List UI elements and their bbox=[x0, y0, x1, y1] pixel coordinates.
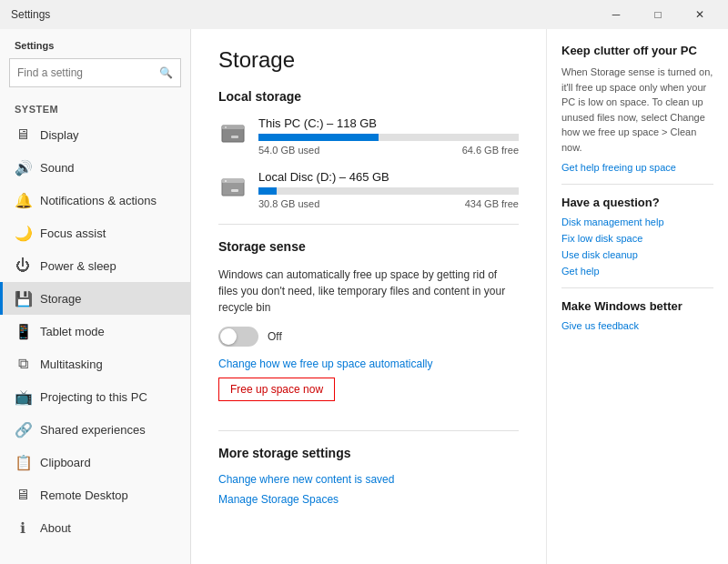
drive-d-details: Local Disc (D:) – 465 GB 30.8 GB used 43… bbox=[258, 170, 519, 209]
drive-c-details: This PC (C:) – 118 GB 54.0 GB used 64.6 … bbox=[258, 116, 519, 156]
sidebar-item-multitasking[interactable]: ⧉ Multitasking bbox=[0, 347, 190, 380]
titlebar: Settings ─ □ ✕ bbox=[0, 0, 728, 29]
power-icon: ⏻ bbox=[15, 257, 31, 274]
window-title: Settings bbox=[11, 8, 50, 21]
drive-d-free: 434 GB free bbox=[465, 198, 519, 209]
window-controls: ─ □ ✕ bbox=[595, 0, 721, 29]
sidebar-app-title: Settings bbox=[0, 29, 190, 58]
drive-c-stats: 54.0 GB used 64.6 GB free bbox=[258, 145, 519, 156]
close-button[interactable]: ✕ bbox=[679, 0, 721, 29]
search-input[interactable] bbox=[17, 66, 159, 79]
svg-point-7 bbox=[225, 180, 227, 182]
search-box[interactable]: 🔍 bbox=[9, 58, 181, 87]
divider-1 bbox=[218, 224, 519, 225]
drive-c-used: 54.0 GB used bbox=[258, 145, 319, 156]
drive-c-label: This PC (C:) – 118 GB bbox=[258, 116, 519, 130]
drive-c-icon bbox=[218, 118, 248, 147]
disk-cleanup-link[interactable]: Use disk cleanup bbox=[561, 249, 713, 260]
give-feedback-link[interactable]: Give us feedback bbox=[561, 320, 713, 331]
have-question-title: Have a question? bbox=[561, 196, 713, 209]
sidebar-item-label: Notifications & actions bbox=[40, 194, 157, 207]
storage-icon: 💾 bbox=[15, 290, 31, 307]
about-icon: ℹ bbox=[15, 519, 31, 537]
storage-sense-desc: Windows can automatically free up space … bbox=[218, 267, 519, 316]
sidebar-item-label: Display bbox=[40, 128, 79, 142]
sidebar-item-power[interactable]: ⏻ Power & sleep bbox=[0, 249, 190, 282]
sidebar-item-storage[interactable]: 💾 Storage bbox=[0, 282, 190, 315]
svg-rect-2 bbox=[231, 136, 238, 138]
page-title: Storage bbox=[218, 47, 519, 73]
svg-rect-6 bbox=[231, 189, 238, 192]
sidebar-item-notifications[interactable]: 🔔 Notifications & actions bbox=[0, 184, 190, 217]
drive-c-free: 64.6 GB free bbox=[462, 145, 519, 156]
sidebar-item-clipboard[interactable]: 📋 Clipboard bbox=[0, 446, 190, 478]
projecting-icon: 📺 bbox=[15, 388, 31, 406]
sidebar-item-about[interactable]: ℹ About bbox=[0, 511, 190, 544]
drive-d-label: Local Disc (D:) – 465 GB bbox=[258, 170, 519, 184]
free-up-button[interactable]: Free up space now bbox=[218, 378, 335, 401]
sidebar-item-remote[interactable]: 🖥 Remote Desktop bbox=[0, 478, 190, 511]
sidebar-item-label: Clipboard bbox=[40, 456, 91, 469]
manage-spaces-link[interactable]: Manage Storage Spaces bbox=[218, 493, 519, 506]
change-content-link[interactable]: Change where new content is saved bbox=[218, 473, 519, 486]
sidebar-item-projecting[interactable]: 📺 Projecting to this PC bbox=[0, 380, 190, 413]
focus-icon: 🌙 bbox=[15, 225, 31, 242]
divider-2 bbox=[218, 430, 519, 431]
change-how-link[interactable]: Change how we free up space automaticall… bbox=[218, 358, 519, 370]
make-windows-title: Make Windows better bbox=[561, 299, 713, 313]
sidebar-item-tablet[interactable]: 📱 Tablet mode bbox=[0, 315, 190, 347]
multitasking-icon: ⧉ bbox=[15, 356, 31, 372]
more-settings-title: More storage settings bbox=[218, 446, 519, 460]
sidebar-item-label: Shared experiences bbox=[40, 423, 146, 437]
sidebar-item-focus[interactable]: 🌙 Focus assist bbox=[0, 217, 190, 249]
main-content: Storage Local storage This PC (C:) – 118… bbox=[191, 29, 546, 564]
local-storage-title: Local storage bbox=[218, 89, 519, 104]
drive-d-bar-fill bbox=[258, 187, 277, 195]
keep-clutter-desc: When Storage sense is turned on, it'll f… bbox=[561, 65, 713, 155]
sidebar-item-label: Storage bbox=[40, 292, 82, 306]
sidebar-item-label: Power & sleep bbox=[40, 259, 116, 273]
maximize-button[interactable]: □ bbox=[637, 0, 679, 29]
sidebar-item-label: Sound bbox=[40, 161, 75, 175]
drive-d-item: Local Disc (D:) – 465 GB 30.8 GB used 43… bbox=[218, 170, 519, 209]
right-divider-2 bbox=[561, 287, 713, 288]
get-help-freeing-link[interactable]: Get help freeing up space bbox=[561, 162, 713, 173]
sidebar-item-label: Tablet mode bbox=[40, 325, 105, 338]
minimize-button[interactable]: ─ bbox=[595, 0, 637, 29]
drive-d-icon bbox=[218, 172, 248, 201]
sidebar-item-label: Remote Desktop bbox=[40, 488, 128, 502]
get-help-link[interactable]: Get help bbox=[561, 266, 713, 277]
notifications-icon: 🔔 bbox=[15, 192, 31, 209]
toggle-label: Off bbox=[268, 330, 282, 343]
toggle-knob bbox=[220, 328, 237, 345]
keep-clutter-title: Keep clutter off your PC bbox=[561, 44, 713, 57]
sidebar-item-shared[interactable]: 🔗 Shared experiences bbox=[0, 413, 190, 446]
sidebar-item-label: Projecting to this PC bbox=[40, 390, 147, 404]
sidebar: Settings 🔍 System 🖥 Display 🔊 Sound 🔔 No… bbox=[0, 29, 191, 564]
sidebar-item-sound[interactable]: 🔊 Sound bbox=[0, 151, 190, 184]
sidebar-item-label: Focus assist bbox=[40, 227, 106, 240]
sidebar-item-display[interactable]: 🖥 Display bbox=[0, 118, 190, 151]
sound-icon: 🔊 bbox=[15, 159, 31, 176]
right-divider-1 bbox=[561, 184, 713, 185]
window-content: Settings 🔍 System 🖥 Display 🔊 Sound 🔔 No… bbox=[0, 29, 728, 564]
disk-management-link[interactable]: Disk management help bbox=[561, 217, 713, 227]
remote-icon: 🖥 bbox=[15, 487, 31, 503]
sidebar-item-label: Multitasking bbox=[40, 358, 103, 371]
storage-sense-title: Storage sense bbox=[218, 239, 519, 254]
drive-d-bar-container bbox=[258, 187, 519, 195]
display-icon: 🖥 bbox=[15, 126, 31, 143]
drive-c-bar-container bbox=[258, 134, 519, 141]
system-section-label: System bbox=[0, 96, 190, 118]
toggle-row: Off bbox=[218, 327, 519, 347]
shared-icon: 🔗 bbox=[15, 421, 31, 438]
fix-low-disk-link[interactable]: Fix low disk space bbox=[561, 233, 713, 244]
drive-c-bar-fill bbox=[258, 134, 379, 141]
drive-d-stats: 30.8 GB used 434 GB free bbox=[258, 198, 519, 209]
storage-sense-toggle[interactable] bbox=[218, 327, 258, 347]
search-icon: 🔍 bbox=[159, 66, 173, 79]
svg-point-3 bbox=[225, 126, 227, 128]
drive-d-used: 30.8 GB used bbox=[258, 198, 319, 209]
drive-c-item: This PC (C:) – 118 GB 54.0 GB used 64.6 … bbox=[218, 116, 519, 156]
right-panel: Keep clutter off your PC When Storage se… bbox=[546, 29, 728, 564]
